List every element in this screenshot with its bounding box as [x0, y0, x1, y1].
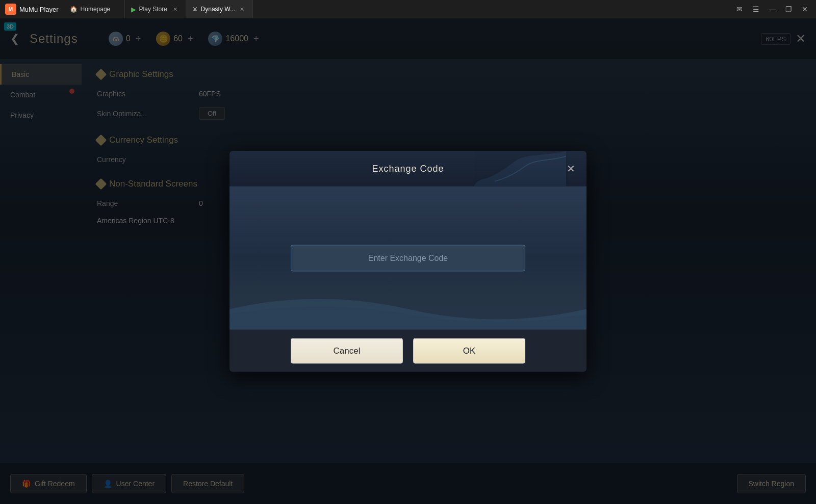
dialog-footer: Cancel OK: [230, 329, 586, 372]
ok-button[interactable]: OK: [413, 338, 525, 363]
exchange-code-dialog: Exchange Code ✕ Cancel OK: [230, 151, 586, 372]
tab-favicon-dynasty: ⚔: [192, 6, 198, 13]
cancel-button[interactable]: Cancel: [291, 338, 403, 363]
tab-label-playstore: Play Store: [139, 6, 167, 13]
close-button[interactable]: ✕: [798, 2, 812, 16]
restore-button[interactable]: ❐: [781, 2, 796, 16]
dialog-body: [230, 187, 586, 329]
tab-favicon-playstore: ▶: [131, 6, 136, 13]
tab-dynasty[interactable]: ⚔ Dynasty W... ✕: [186, 0, 253, 18]
minimize-button[interactable]: —: [765, 2, 779, 16]
game-area: 3D ❮ Settings 🎟 0 + 🪙 60 + 💎 16000 +: [0, 18, 816, 504]
dialog-close-button[interactable]: ✕: [563, 161, 578, 176]
tabs-area: 🏠 Homepage ▶ Play Store ✕ ⚔ Dynasty W...…: [64, 0, 728, 18]
dialog-header: Exchange Code ✕: [230, 151, 586, 187]
tab-homepage[interactable]: 🏠 Homepage: [64, 0, 125, 18]
tab-close-playstore[interactable]: ✕: [171, 5, 180, 13]
dialog-title: Exchange Code: [372, 163, 444, 174]
header-decoration: [474, 151, 566, 186]
tab-label-homepage: Homepage: [81, 6, 111, 13]
tab-playstore[interactable]: ▶ Play Store ✕: [125, 0, 186, 18]
tab-label-dynasty: Dynasty W...: [201, 6, 235, 13]
title-bar: M MuMu Player 🏠 Homepage ▶ Play Store ✕ …: [0, 0, 816, 18]
menu-icon[interactable]: ☰: [749, 2, 763, 16]
title-bar-controls: ✉ ☰ — ❐ ✕: [728, 2, 816, 16]
email-icon[interactable]: ✉: [732, 2, 747, 16]
exchange-code-input[interactable]: [291, 245, 525, 271]
app-icon: M: [5, 4, 16, 15]
tab-close-dynasty[interactable]: ✕: [238, 5, 246, 13]
app-logo: M MuMu Player: [0, 4, 64, 15]
tab-favicon-homepage: 🏠: [70, 6, 78, 13]
app-name: MuMu Player: [19, 6, 59, 13]
